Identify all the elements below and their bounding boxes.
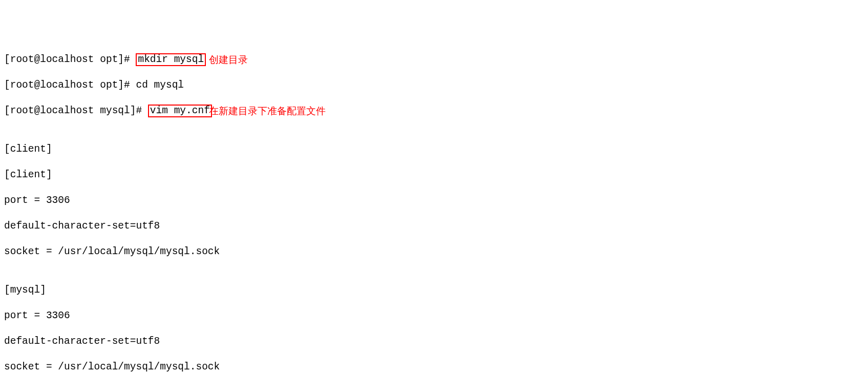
annotation-create-dir: 创建目录 — [209, 53, 248, 66]
config-line: socket = /usr/local/mysql/mysql.sock — [4, 361, 864, 372]
terminal-line-1: [root@localhost opt]# mkdir mysql创建目录 — [4, 53, 864, 66]
config-line: [client] — [4, 143, 864, 156]
terminal-line-3: [root@localhost mysql]# vim my.cnf在新建目录下… — [4, 105, 864, 117]
terminal-line-2: [root@localhost opt]# cd mysql — [4, 79, 864, 92]
config-line: port = 3306 — [4, 194, 864, 207]
config-line: [client] — [4, 169, 864, 181]
annotation-prepare-config: 在新建目录下准备配置文件 — [209, 105, 326, 117]
config-line: default-character-set=utf8 — [4, 335, 864, 348]
highlighted-command-mkdir: mkdir mysql — [136, 53, 206, 66]
config-line: socket = /usr/local/mysql/mysql.sock — [4, 245, 864, 258]
prompt: [root@localhost mysql]# — [4, 105, 148, 116]
config-line: default-character-set=utf8 — [4, 220, 864, 233]
prompt: [root@localhost opt]# — [4, 54, 136, 65]
config-line: [mysql] — [4, 284, 864, 297]
highlighted-command-vim: vim my.cnf — [148, 105, 212, 117]
config-line: port = 3306 — [4, 309, 864, 322]
